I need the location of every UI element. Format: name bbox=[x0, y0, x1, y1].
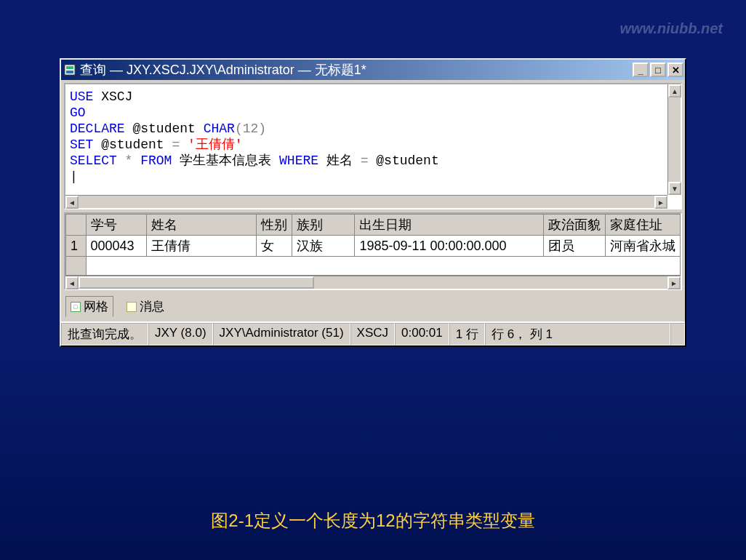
sql-editor[interactable]: USE XSCJ GO DECLARE @student CHAR(12) SE… bbox=[65, 84, 681, 208]
col-xb[interactable]: 性别 bbox=[257, 215, 292, 236]
figure-caption: 图2-1定义一个长度为12的字符串类型变量 bbox=[0, 509, 746, 532]
kw-select: SELECT bbox=[70, 153, 117, 168]
cell-jt: 河南省永城 bbox=[605, 236, 680, 257]
scroll-left-icon[interactable]: ◄ bbox=[65, 196, 79, 209]
table-row[interactable]: 1 000043 王倩倩 女 汉族 1985-09-11 00:00:00.00… bbox=[66, 236, 681, 257]
col-xm[interactable]: 姓名 bbox=[146, 215, 257, 236]
status-bar: 批查询完成。 JXY (8.0) JXY\Administrator (51) … bbox=[61, 321, 685, 345]
svg-rect-1 bbox=[66, 66, 73, 69]
sql-string: '王倩倩' bbox=[180, 137, 242, 152]
status-complete: 批查询完成。 bbox=[61, 323, 148, 345]
table-header-row: 学号 姓名 性别 族别 出生日期 政治面貌 家庭住址 bbox=[66, 215, 681, 236]
kw-from: FROM bbox=[140, 153, 172, 168]
cell-xb: 女 bbox=[257, 236, 292, 257]
sql-paren: (12) bbox=[235, 121, 266, 136]
scroll-thumb[interactable] bbox=[79, 276, 314, 289]
query-window: 查询 — JXY.XSCJ.JXY\Administrator — 无标题1* … bbox=[60, 58, 686, 347]
table-row-empty bbox=[66, 257, 681, 276]
cell-xh: 000043 bbox=[86, 236, 146, 257]
tab-grid[interactable]: 网格 bbox=[65, 296, 113, 317]
sql-eq2: = bbox=[361, 153, 369, 168]
sql-var1: @student bbox=[125, 121, 204, 136]
kw-set: SET bbox=[70, 137, 93, 152]
scroll-down-icon[interactable]: ▼ bbox=[668, 182, 681, 195]
maximize-button[interactable]: □ bbox=[650, 63, 666, 77]
grid-icon bbox=[71, 302, 81, 312]
status-user: JXY\Administrator (51) bbox=[213, 323, 350, 345]
tab-messages-label: 消息 bbox=[140, 298, 164, 315]
kw-char: CHAR bbox=[204, 121, 235, 136]
kw-where: WHERE bbox=[279, 153, 318, 168]
tab-grid-label: 网格 bbox=[84, 298, 108, 315]
scroll-left-icon[interactable]: ◄ bbox=[65, 276, 79, 289]
sql-col: 姓名 bbox=[318, 153, 361, 168]
minimize-button[interactable]: _ bbox=[633, 63, 649, 77]
col-zz[interactable]: 政治面貌 bbox=[543, 215, 605, 236]
sql-star: * bbox=[117, 153, 140, 168]
cell-zz: 团员 bbox=[543, 236, 605, 257]
col-zb[interactable]: 族别 bbox=[292, 215, 355, 236]
sql-editor-frame: USE XSCJ GO DECLARE @student CHAR(12) SE… bbox=[64, 83, 682, 209]
message-icon bbox=[127, 302, 137, 312]
scroll-track[interactable] bbox=[79, 276, 667, 289]
svg-rect-2 bbox=[66, 71, 73, 73]
watermark: www.niubb.net bbox=[620, 20, 723, 37]
result-grid[interactable]: 学号 姓名 性别 族别 出生日期 政治面貌 家庭住址 1 000043 王倩倩 … bbox=[65, 214, 681, 276]
kw-use: USE bbox=[70, 89, 93, 104]
editor-scrollbar-v[interactable]: ▲ ▼ bbox=[667, 84, 681, 195]
col-rq[interactable]: 出生日期 bbox=[355, 215, 544, 236]
editor-scrollbar-h[interactable]: ◄ ► bbox=[65, 195, 667, 208]
kw-go: GO bbox=[70, 105, 86, 120]
status-db: XSCJ bbox=[350, 323, 395, 345]
sql-assign: @student bbox=[93, 137, 172, 152]
scroll-up-icon[interactable]: ▲ bbox=[668, 84, 681, 97]
col-xh[interactable]: 学号 bbox=[86, 215, 146, 236]
tab-messages[interactable]: 消息 bbox=[122, 297, 169, 316]
kw-declare: DECLARE bbox=[70, 121, 125, 136]
grid-scrollbar-h[interactable]: ◄ ► bbox=[65, 276, 681, 289]
status-time: 0:00:01 bbox=[395, 323, 449, 345]
status-server: JXY (8.0) bbox=[148, 323, 213, 345]
sql-table: 学生基本信息表 bbox=[172, 153, 279, 168]
sql-eq: = bbox=[172, 137, 180, 152]
cell-rq: 1985-09-11 00:00:00.000 bbox=[355, 236, 544, 257]
app-icon bbox=[64, 64, 76, 76]
status-cursor: 行 6， 列 1 bbox=[485, 323, 670, 345]
scroll-right-icon[interactable]: ► bbox=[667, 276, 681, 289]
resize-grip[interactable] bbox=[670, 323, 685, 345]
cell-rownum: 1 bbox=[66, 236, 87, 257]
col-jt[interactable]: 家庭住址 bbox=[605, 215, 680, 236]
titlebar[interactable]: 查询 — JXY.XSCJ.JXY\Administrator — 无标题1* … bbox=[61, 60, 685, 80]
result-grid-frame: 学号 姓名 性别 族别 出生日期 政治面貌 家庭住址 1 000043 王倩倩 … bbox=[64, 212, 682, 290]
cell-zb: 汉族 bbox=[292, 236, 355, 257]
scroll-right-icon[interactable]: ► bbox=[654, 196, 667, 209]
sql-var2: @student bbox=[368, 153, 438, 168]
status-rows: 1 行 bbox=[449, 323, 485, 345]
sql-db: XSCJ bbox=[93, 89, 132, 104]
result-tabs: 网格 消息 bbox=[61, 293, 685, 321]
close-button[interactable]: ✕ bbox=[667, 63, 683, 77]
window-title: 查询 — JXY.XSCJ.JXY\Administrator — 无标题1* bbox=[80, 61, 633, 79]
col-rownum[interactable] bbox=[66, 215, 87, 236]
cell-xm: 王倩倩 bbox=[146, 236, 257, 257]
